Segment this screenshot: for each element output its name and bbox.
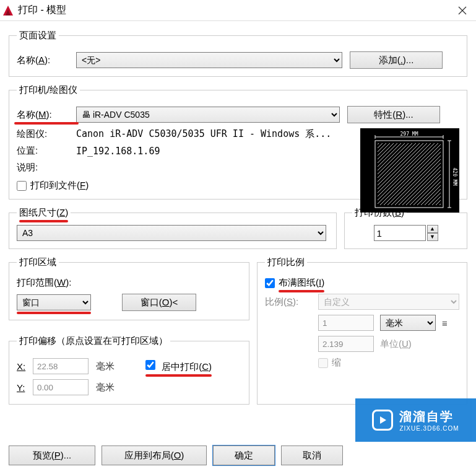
y-unit: 毫米 — [96, 382, 127, 393]
x-unit: 毫米 — [96, 361, 127, 372]
fit-to-paper-wrap: 布满图纸(I) — [265, 277, 459, 289]
scale-lw-wrap: 缩 — [318, 357, 459, 369]
svg-marker-16 — [380, 416, 386, 424]
x-label: X: — [17, 361, 33, 372]
watermark: 溜溜自学 ZIXUE.3D66.COM — [355, 398, 476, 442]
center-print-label: 居中打印(C) — [162, 361, 212, 372]
copies-up[interactable]: ▲ — [427, 225, 438, 233]
svg-text:297 MM: 297 MM — [400, 131, 418, 137]
app-icon — [2, 4, 14, 17]
x-input[interactable] — [33, 358, 89, 374]
plotter-label: 绘图仪: — [17, 128, 76, 140]
copies-down[interactable]: ▼ — [427, 233, 438, 241]
svg-rect-15 — [378, 143, 441, 205]
offset-group: 打印偏移（原点设置在可打印区域） X: 毫米 居中打印(C) Y: 毫米 — [9, 335, 249, 405]
copies-legend: 打印份数(B) — [352, 207, 407, 219]
watermark-main: 溜溜自学 — [399, 408, 459, 425]
printer-name-select[interactable]: 🖶 iR-ADV C5035 — [76, 107, 340, 123]
paper-size-select[interactable]: A3 — [17, 225, 326, 241]
add-button[interactable]: 添加(.)... — [350, 51, 443, 69]
scale-lw-label: 缩 — [332, 357, 341, 369]
scale-legend: 打印比例 — [265, 257, 307, 268]
properties-button[interactable]: 特性(R)... — [347, 106, 440, 123]
scale-value2 — [318, 336, 374, 352]
printer-legend: 打印机/绘图仪 — [17, 84, 80, 96]
page-setup-name-label: 名称(A): — [17, 55, 76, 66]
description-label: 说明: — [17, 162, 76, 173]
print-range-select[interactable]: 窗口 — [17, 294, 91, 310]
print-to-file-checkbox[interactable] — [17, 181, 27, 191]
play-icon — [372, 410, 393, 431]
copies-input[interactable] — [374, 225, 426, 241]
titlebar: 打印 - 模型 — [0, 0, 476, 21]
eq-icon: ≡ — [442, 318, 448, 328]
center-print-checkbox[interactable] — [145, 360, 155, 370]
paper-preview: 297 MM 420 MM — [360, 128, 459, 213]
close-button[interactable] — [449, 0, 476, 21]
printer-name-label: 名称(M): — [17, 109, 76, 121]
scale-value1 — [318, 315, 374, 331]
svg-text:420 MM: 420 MM — [452, 168, 457, 186]
fit-to-paper-label: 布满图纸(I) — [279, 277, 324, 289]
center-print-wrap: 居中打印(C) — [145, 360, 212, 373]
window-button[interactable]: 窗口(O)< — [122, 294, 196, 311]
scale-unit1[interactable]: 毫米 — [380, 315, 436, 331]
window-title: 打印 - 模型 — [18, 4, 449, 17]
cancel-button[interactable]: 取消 — [281, 445, 343, 465]
ok-button[interactable]: 确定 — [213, 445, 275, 465]
page-setup-name-select[interactable]: <无> — [76, 52, 342, 68]
location-label: 位置: — [17, 145, 76, 157]
scale-lw-checkbox — [318, 358, 328, 368]
scale-group: 打印比例 布满图纸(I) 比例(S): 自定义 毫米 ≡ 单位(U) — [257, 257, 467, 405]
ratio-select: 自定义 — [318, 294, 459, 310]
fit-to-paper-checkbox[interactable] — [265, 278, 275, 288]
preview-button[interactable]: 预览(P)... — [9, 445, 95, 465]
page-setup-group: 页面设置 名称(A): <无> 添加(.)... — [9, 30, 467, 77]
print-area-legend: 打印区域 — [17, 257, 59, 268]
y-input[interactable] — [33, 379, 89, 395]
plotter-value: Canon iR-ADV C5030/5035 UFR II - Windows… — [76, 128, 331, 140]
location-value: IP_192.168.1.69 — [76, 146, 160, 157]
apply-layout-button[interactable]: 应用到布局(O) — [102, 445, 207, 465]
dialog-buttons: 预览(P)... 应用到布局(O) 确定 取消 — [0, 445, 352, 465]
scale-unit2-label: 单位(U) — [380, 338, 412, 350]
watermark-sub: ZIXUE.3D66.COM — [399, 425, 459, 432]
print-to-file-label: 打印到文件(F) — [30, 180, 89, 191]
paper-size-group: 图纸尺寸(Z) A3 — [9, 207, 337, 249]
page-setup-legend: 页面设置 — [17, 30, 59, 42]
print-area-group: 打印区域 打印范围(W): 窗口 窗口(O)< — [9, 257, 249, 320]
copies-group: 打印份数(B) ▲ ▼ — [344, 207, 467, 249]
offset-legend: 打印偏移（原点设置在可打印区域） — [17, 335, 170, 347]
printer-group: 打印机/绘图仪 名称(M): 🖶 iR-ADV C5035 特性(R)... 绘… — [9, 84, 467, 200]
ratio-label: 比例(S): — [265, 296, 318, 308]
paper-size-legend: 图纸尺寸(Z) — [17, 207, 71, 219]
print-range-label: 打印范围(W): — [17, 277, 241, 289]
y-label: Y: — [17, 382, 33, 393]
